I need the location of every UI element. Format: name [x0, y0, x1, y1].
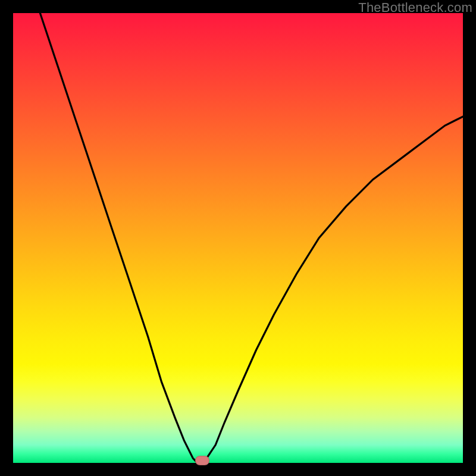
optimal-point-marker: [195, 456, 209, 465]
chart-frame: [13, 13, 463, 463]
plot-area: [13, 13, 463, 463]
watermark-text: TheBottleneck.com: [358, 0, 472, 15]
bottleneck-curve: [13, 13, 463, 463]
